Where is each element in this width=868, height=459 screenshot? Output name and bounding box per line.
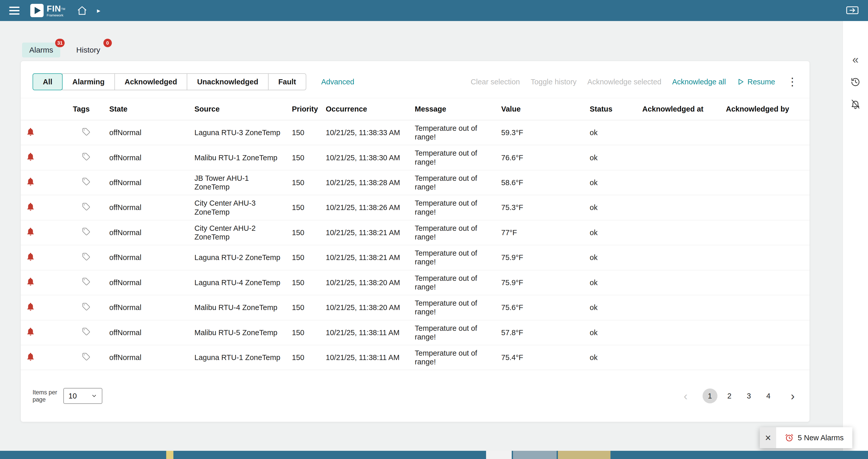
acknowledged-by-cell bbox=[721, 120, 810, 145]
value-cell: 75.9°F bbox=[496, 245, 585, 270]
status-cell: ok bbox=[585, 195, 637, 220]
status-cell: ok bbox=[585, 220, 637, 245]
source-cell: JB Tower AHU-1 ZoneTemp bbox=[189, 170, 287, 195]
table-row[interactable]: offNormal Laguna RTU-2 ZoneTemp 150 10/2… bbox=[21, 245, 810, 270]
next-page-icon[interactable]: › bbox=[789, 390, 796, 402]
alarm-bell-icon bbox=[26, 177, 35, 186]
alarm-bell-icon bbox=[26, 352, 35, 361]
menu-icon[interactable] bbox=[9, 7, 20, 14]
toggle-history-button[interactable]: Toggle history bbox=[531, 78, 577, 86]
new-alarms-toast: × 5 New Alarms bbox=[760, 427, 852, 448]
close-toast-icon[interactable]: × bbox=[760, 427, 776, 448]
table-row[interactable]: offNormal Laguna RTU-1 ZoneTemp 150 10/2… bbox=[21, 345, 810, 370]
background-fragment bbox=[513, 451, 557, 459]
source-cell: Laguna RTU-2 ZoneTemp bbox=[189, 245, 287, 270]
table-row[interactable]: offNormal Malibu RTU-5 ZoneTemp 150 10/2… bbox=[21, 320, 810, 345]
value-cell: 59.3°F bbox=[496, 120, 585, 145]
page-button-3[interactable]: 3 bbox=[742, 389, 756, 403]
source-cell: Malibu RTU-5 ZoneTemp bbox=[189, 320, 287, 345]
tags-cell bbox=[68, 220, 104, 245]
tag-icon[interactable] bbox=[82, 128, 90, 136]
header-priority: Priority bbox=[287, 98, 321, 120]
alarm-table-body: offNormal Laguna RTU-3 ZoneTemp 150 10/2… bbox=[21, 120, 810, 370]
state-cell: offNormal bbox=[104, 145, 189, 170]
state-cell: offNormal bbox=[104, 120, 189, 145]
state-cell: offNormal bbox=[104, 245, 189, 270]
fin-logo-mark-icon bbox=[30, 4, 43, 17]
source-cell: City Center AHU-3 ZoneTemp bbox=[189, 195, 287, 220]
tab-alarms[interactable]: Alarms 31 bbox=[22, 42, 60, 58]
message-cell: Temperature out of range! bbox=[410, 245, 496, 270]
table-row[interactable]: offNormal City Center AHU-3 ZoneTemp 150… bbox=[21, 195, 810, 220]
state-cell: offNormal bbox=[104, 170, 189, 195]
acknowledged-at-cell bbox=[637, 245, 721, 270]
tag-icon[interactable] bbox=[82, 177, 90, 186]
more-options-icon[interactable]: ⋮ bbox=[787, 76, 798, 87]
table-row[interactable]: offNormal City Center AHU-2 ZoneTemp 150… bbox=[21, 220, 810, 245]
page-button-1[interactable]: 1 bbox=[703, 389, 717, 403]
filter-alarming-button[interactable]: Alarming bbox=[62, 73, 115, 90]
table-row[interactable]: offNormal JB Tower AHU-1 ZoneTemp 150 10… bbox=[21, 170, 810, 195]
message-cell: Temperature out of range! bbox=[410, 195, 496, 220]
tag-icon[interactable] bbox=[82, 153, 90, 161]
table-row[interactable]: offNormal Malibu RTU-4 ZoneTemp 150 10/2… bbox=[21, 295, 810, 320]
tag-icon[interactable] bbox=[82, 277, 90, 286]
prev-page-icon[interactable]: ‹ bbox=[682, 390, 689, 402]
table-row[interactable]: offNormal Laguna RTU-3 ZoneTemp 150 10/2… bbox=[21, 120, 810, 145]
alarm-bell-icon bbox=[26, 252, 35, 261]
occurrence-cell: 10/21/25, 11:38:20 AM bbox=[321, 295, 410, 320]
history-icon[interactable] bbox=[850, 77, 861, 87]
resume-button[interactable]: Resume bbox=[737, 78, 775, 86]
clear-selection-button[interactable]: Clear selection bbox=[471, 78, 520, 86]
tab-history[interactable]: History 0 bbox=[69, 42, 107, 58]
background-fragment bbox=[558, 451, 611, 459]
background-fragment bbox=[486, 451, 512, 459]
filter-fault-button[interactable]: Fault bbox=[268, 73, 306, 90]
tag-icon[interactable] bbox=[82, 227, 90, 236]
alarm-bell-icon bbox=[26, 327, 35, 336]
alarm-bell-cell bbox=[21, 120, 68, 145]
mute-alarms-icon[interactable] bbox=[850, 99, 861, 109]
acknowledge-selected-button[interactable]: Acknowledge selected bbox=[587, 78, 661, 86]
tag-icon[interactable] bbox=[82, 253, 90, 261]
tags-cell bbox=[68, 295, 104, 320]
items-per-page-select[interactable]: 10 bbox=[63, 388, 102, 404]
alarm-bell-cell bbox=[21, 270, 68, 295]
page-button-2[interactable]: 2 bbox=[722, 389, 737, 403]
tag-icon[interactable] bbox=[82, 203, 90, 211]
table-row[interactable]: offNormal Malibu RTU-1 ZoneTemp 150 10/2… bbox=[21, 145, 810, 170]
priority-cell: 150 bbox=[287, 245, 321, 270]
filter-unacknowledged-button[interactable]: Unacknowledged bbox=[187, 73, 269, 90]
acknowledge-all-button[interactable]: Acknowledge all bbox=[672, 78, 726, 86]
filter-all-button[interactable]: All bbox=[33, 73, 63, 90]
tag-icon[interactable] bbox=[82, 353, 90, 361]
value-cell: 58.6°F bbox=[496, 170, 585, 195]
advanced-filter-link[interactable]: Advanced bbox=[321, 78, 354, 86]
collapse-panel-icon[interactable]: « bbox=[852, 54, 859, 65]
tags-cell bbox=[68, 170, 104, 195]
tag-icon[interactable] bbox=[82, 327, 90, 336]
reload-view-icon[interactable] bbox=[846, 6, 859, 15]
alarm-bell-cell bbox=[21, 320, 68, 345]
alarm-clock-icon bbox=[785, 433, 794, 442]
header-source: Source bbox=[189, 98, 287, 120]
filter-acknowledged-button[interactable]: Acknowledged bbox=[115, 73, 187, 90]
status-cell: ok bbox=[585, 320, 637, 345]
table-row[interactable]: offNormal Laguna RTU-4 ZoneTemp 150 10/2… bbox=[21, 270, 810, 295]
source-cell: Laguna RTU-4 ZoneTemp bbox=[189, 270, 287, 295]
home-icon[interactable] bbox=[77, 5, 87, 15]
priority-cell: 150 bbox=[287, 195, 321, 220]
state-cell: offNormal bbox=[104, 195, 189, 220]
tag-icon[interactable] bbox=[82, 303, 90, 311]
priority-cell: 150 bbox=[287, 220, 321, 245]
page-button-4[interactable]: 4 bbox=[761, 389, 776, 403]
acknowledged-at-cell bbox=[637, 295, 721, 320]
alarm-bell-cell bbox=[21, 245, 68, 270]
top-app-bar: FINTM Framework ▸ bbox=[0, 0, 868, 21]
breadcrumb-caret-icon[interactable]: ▸ bbox=[97, 7, 100, 14]
toast-body[interactable]: 5 New Alarms bbox=[776, 427, 852, 448]
value-cell: 76.6°F bbox=[496, 145, 585, 170]
occurrence-cell: 10/21/25, 11:38:30 AM bbox=[321, 145, 410, 170]
status-cell: ok bbox=[585, 120, 637, 145]
priority-cell: 150 bbox=[287, 120, 321, 145]
